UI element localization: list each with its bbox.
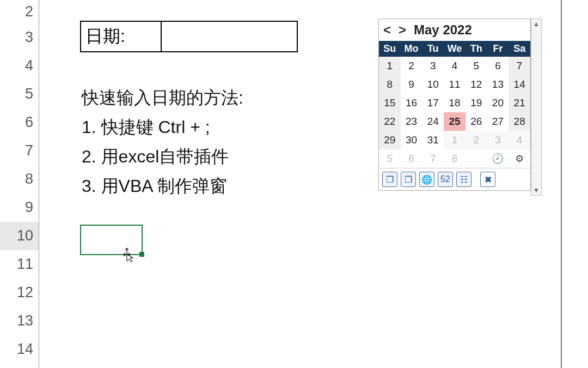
- calendar-day[interactable]: 15: [379, 94, 401, 112]
- row-header-2[interactable]: 2: [0, 0, 39, 23]
- calendar-weekday-sa: Sa: [509, 41, 530, 57]
- row-header-10[interactable]: 10: [0, 222, 39, 250]
- calendar-footer-blank: [465, 149, 487, 168]
- calendar-day[interactable]: 3: [422, 57, 444, 75]
- row-header-9[interactable]: 9: [0, 194, 39, 222]
- calendar-day[interactable]: 9: [401, 75, 422, 94]
- instructions-line-3: 3. 用VBA 制作弹窗: [82, 171, 243, 201]
- calendar-day[interactable]: 19: [465, 94, 487, 112]
- calendar-day[interactable]: 28: [509, 112, 530, 131]
- date-label: 日期:: [81, 22, 162, 51]
- calendar-number-button[interactable]: 52: [438, 172, 453, 187]
- calendar-day[interactable]: 2: [465, 131, 487, 149]
- row-header-6[interactable]: 6: [0, 108, 39, 137]
- calendar-day[interactable]: 5: [379, 149, 401, 168]
- calendar-day[interactable]: 5: [465, 57, 487, 75]
- scroll-up-icon[interactable]: ▲: [531, 19, 541, 29]
- calendar-weekday-fr: Fr: [487, 41, 509, 57]
- calendar-gear-icon[interactable]: ⚙: [509, 149, 530, 168]
- row-headers: 234567891011121314: [0, 0, 39, 368]
- calendar-scrollbar[interactable]: ▲ ▼: [531, 19, 542, 196]
- row-header-8[interactable]: 8: [0, 165, 39, 194]
- calendar-day[interactable]: 1: [379, 57, 401, 75]
- calendar-title: May 2022: [414, 22, 472, 38]
- calendar-weekday-su: Su: [379, 41, 401, 57]
- calendar-day[interactable]: 3: [487, 131, 509, 149]
- sheet-right-border: [561, 0, 562, 368]
- calendar-day[interactable]: 7: [509, 57, 530, 75]
- calendar-weekday-th: Th: [465, 41, 487, 57]
- date-input-box: 日期:: [80, 21, 298, 52]
- calendar-day[interactable]: 20: [487, 94, 509, 112]
- calendar-day[interactable]: 27: [487, 112, 509, 131]
- row-header-4[interactable]: 4: [0, 52, 39, 80]
- calendar-days-grid: 1234567891011121314151617181920212223242…: [379, 57, 530, 149]
- instructions-line-2: 2. 用excel自带插件: [82, 142, 243, 171]
- calendar-day[interactable]: 21: [509, 94, 530, 112]
- row-header-11[interactable]: 11: [0, 250, 39, 279]
- calendar-weekday-tu: Tu: [422, 41, 444, 57]
- calendar-footer-row: 5678🕗⚙: [379, 149, 530, 168]
- row-header-7[interactable]: 7: [0, 137, 39, 165]
- calendar-mini-window-1-button[interactable]: ❐: [382, 172, 397, 187]
- calendar-weekdays: SuMoTuWeThFrSa: [379, 41, 530, 57]
- calendar-day[interactable]: 30: [401, 131, 422, 149]
- calendar-day[interactable]: 10: [422, 75, 444, 94]
- calendar-day[interactable]: 14: [509, 75, 530, 94]
- instructions-line-1: 1. 快捷键 Ctrl + ;: [82, 112, 243, 142]
- calendar-day[interactable]: 6: [487, 57, 509, 75]
- calendar-day[interactable]: 11: [444, 75, 465, 94]
- calendar-day[interactable]: 23: [401, 112, 422, 131]
- calendar-day[interactable]: 29: [379, 131, 401, 149]
- calendar-day[interactable]: 22: [379, 112, 401, 131]
- row-header-5[interactable]: 5: [0, 80, 39, 108]
- calendar-day[interactable]: 4: [509, 131, 530, 149]
- calendar-header: < > May 2022: [379, 19, 530, 41]
- calendar-day[interactable]: 8: [444, 149, 465, 168]
- calendar-day[interactable]: 25: [444, 112, 465, 131]
- calendar-popup: < > May 2022 SuMoTuWeThFrSa 123456789101…: [378, 19, 531, 191]
- calendar-clock-icon[interactable]: 🕗: [487, 149, 509, 168]
- calendar-next-button[interactable]: >: [396, 22, 408, 38]
- calendar-prev-button[interactable]: <: [381, 22, 393, 38]
- instructions-text: 快速输入日期的方法: 1. 快捷键 Ctrl + ; 2. 用excel自带插件…: [82, 83, 243, 201]
- calendar-weekday-mo: Mo: [401, 41, 422, 57]
- calendar-toolbar: ❐ ❐ 🌐 52 ☷ ✖: [379, 168, 530, 190]
- calendar-day[interactable]: 12: [465, 75, 487, 94]
- row-header-3[interactable]: 3: [0, 23, 39, 52]
- row-header-12[interactable]: 12: [0, 279, 39, 307]
- calendar-globe-button[interactable]: 🌐: [419, 172, 434, 187]
- calendar-day[interactable]: 6: [401, 149, 422, 168]
- calendar-weekday-we: We: [444, 41, 465, 57]
- calendar-close-button[interactable]: ✖: [480, 172, 495, 187]
- date-input[interactable]: [162, 22, 297, 51]
- row-header-14[interactable]: 14: [0, 335, 39, 364]
- calendar-mini-window-2-button[interactable]: ❐: [401, 172, 416, 187]
- calendar-grid-button[interactable]: ☷: [456, 172, 471, 187]
- calendar-day[interactable]: 7: [422, 149, 444, 168]
- calendar-day[interactable]: 17: [422, 94, 444, 112]
- calendar-day[interactable]: 24: [422, 112, 444, 131]
- move-cursor-icon: [119, 247, 134, 262]
- calendar-day[interactable]: 31: [422, 131, 444, 149]
- calendar-day[interactable]: 16: [401, 94, 422, 112]
- calendar-day[interactable]: 13: [487, 75, 509, 94]
- instructions-heading: 快速输入日期的方法:: [82, 83, 243, 112]
- calendar-day[interactable]: 1: [444, 131, 465, 149]
- spreadsheet-area: 日期: 快速输入日期的方法: 1. 快捷键 Ctrl + ; 2. 用excel…: [39, 0, 588, 368]
- calendar-day[interactable]: 18: [444, 94, 465, 112]
- calendar-day[interactable]: 26: [465, 112, 487, 131]
- calendar-day[interactable]: 2: [401, 57, 422, 75]
- calendar-day[interactable]: 8: [379, 75, 401, 94]
- row-header-13[interactable]: 13: [0, 307, 39, 335]
- calendar-day[interactable]: 4: [444, 57, 465, 75]
- scroll-down-icon[interactable]: ▼: [531, 185, 541, 195]
